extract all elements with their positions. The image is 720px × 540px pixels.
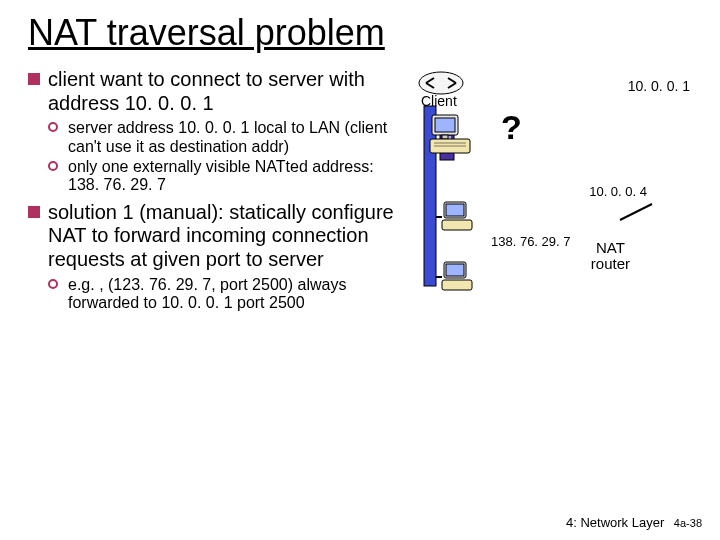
- bullet-text: server address 10. 0. 0. 1 local to LAN …: [68, 119, 387, 154]
- svg-point-6: [419, 72, 463, 94]
- square-bullet-icon: [28, 206, 40, 218]
- address-label: 10. 0. 0. 4: [589, 184, 647, 199]
- chapter-label: 4: Network Layer: [566, 515, 664, 530]
- svg-rect-2: [442, 135, 448, 139]
- bullet-level1: client want to connect to server with ad…: [28, 68, 408, 115]
- address-label: 10. 0. 0. 1: [628, 78, 690, 94]
- bullet-text: e.g. , (123. 76. 29. 7, port 2500) alway…: [68, 276, 346, 311]
- address-label: 138. 76. 29. 7: [491, 234, 571, 249]
- bullet-text: client want to connect to server with ad…: [48, 68, 365, 114]
- bullet-level2: only one externally visible NATted addre…: [28, 158, 408, 195]
- svg-rect-17: [446, 204, 464, 216]
- bullet-text: only one externally visible NATted addre…: [68, 158, 374, 193]
- nat-router-label: NAT router: [591, 240, 630, 272]
- bullet-level2: server address 10. 0. 0. 1 local to LAN …: [28, 119, 408, 156]
- bullet-column: client want to connect to server with ad…: [28, 68, 408, 348]
- slide-content: client want to connect to server with ad…: [28, 68, 692, 348]
- bullet-level1: solution 1 (manual): statically configur…: [28, 201, 408, 272]
- svg-rect-1: [435, 118, 455, 132]
- circle-bullet-icon: [48, 161, 58, 171]
- circle-bullet-icon: [48, 279, 58, 289]
- bullet-level2: e.g. , (123. 76. 29. 7, port 2500) alway…: [28, 276, 408, 313]
- diagram: Client ? 10. 0. 0. 1 10. 0. 0. 4 138. 76…: [416, 68, 692, 348]
- question-mark: ?: [501, 108, 522, 147]
- circle-bullet-icon: [48, 122, 58, 132]
- page-number: 4a-38: [674, 517, 702, 529]
- svg-rect-22: [442, 280, 472, 290]
- slide-title: NAT traversal problem: [28, 12, 692, 54]
- slide-footer: 4: Network Layer 4a-38: [566, 515, 702, 530]
- bullet-text: solution 1 (manual): statically configur…: [48, 201, 394, 270]
- client-computer-icon: [428, 113, 474, 157]
- svg-rect-21: [446, 264, 464, 276]
- svg-line-24: [620, 204, 652, 220]
- client-label: Client: [421, 93, 457, 109]
- square-bullet-icon: [28, 73, 40, 85]
- link-line-icon: [616, 198, 656, 228]
- svg-rect-18: [442, 220, 472, 230]
